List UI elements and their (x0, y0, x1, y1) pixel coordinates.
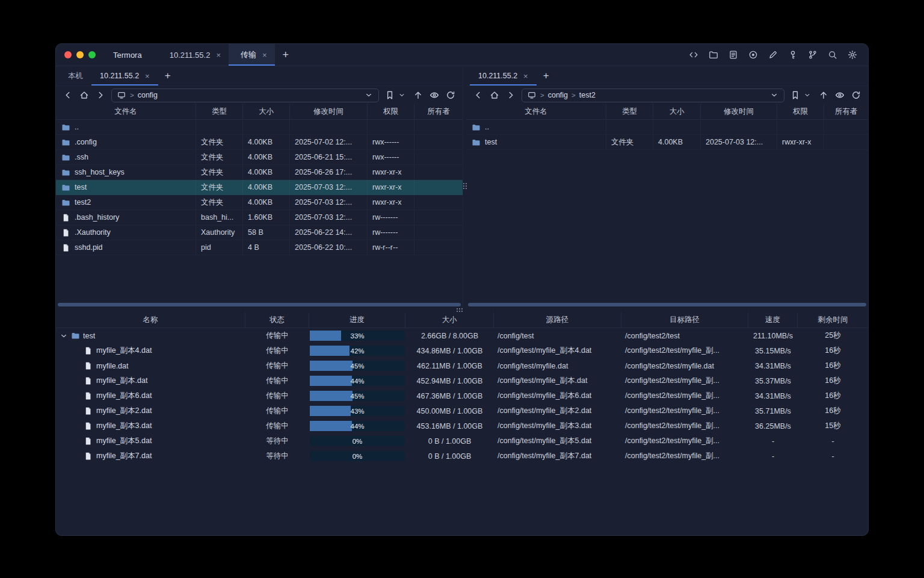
bookmark-icon[interactable] (790, 90, 801, 101)
column-header[interactable]: 剩余时间 (798, 312, 868, 328)
scrollbar-thumb[interactable] (468, 303, 866, 306)
panel-new-tab-button[interactable]: + (158, 66, 177, 85)
path-bar[interactable]: >config>test2 (522, 89, 784, 102)
transfer-row[interactable]: myfile_副本.dat传输中44%452.94MB / 1.00GB/con… (56, 373, 868, 388)
local-tab[interactable]: 本机 (60, 66, 91, 85)
file-row[interactable]: .. (56, 120, 463, 135)
progress-percent: 43% (310, 406, 405, 416)
refresh-icon[interactable] (851, 90, 861, 101)
transfer-row[interactable]: myfile_副本7.dat等待中0%0 B / 1.00GB/config/t… (56, 449, 868, 464)
chevron-down-icon[interactable] (802, 90, 813, 101)
file-row[interactable]: .ssh文件夹4.00KB2025-06-21 15:...rwx------ (56, 150, 463, 165)
remote-tab[interactable]: 10.211.55.2× (470, 66, 537, 85)
home-icon[interactable] (489, 90, 500, 101)
close-icon[interactable]: × (262, 51, 267, 59)
back-icon[interactable] (473, 90, 484, 101)
horizontal-scrollbar[interactable] (466, 302, 868, 307)
splitter-grip[interactable] (463, 183, 467, 189)
column-header[interactable]: 所有者 (824, 104, 868, 119)
column-header[interactable]: 修改时间 (701, 104, 777, 119)
splitter-grip[interactable] (457, 308, 463, 312)
column-header[interactable]: 状态 (245, 312, 309, 328)
bookmark-icon[interactable] (384, 90, 395, 101)
column-header[interactable]: 文件名 (56, 104, 196, 119)
branch-icon[interactable] (807, 49, 818, 60)
zoom-window-button[interactable] (88, 51, 96, 58)
breadcrumb-segment[interactable]: config (548, 91, 568, 99)
transfer-row[interactable]: myfile_副本2.dat传输中43%450.00MB / 1.00GB/co… (56, 403, 868, 418)
close-icon[interactable]: × (523, 72, 528, 80)
arrow-up-icon[interactable] (413, 90, 424, 101)
chevron-down-icon[interactable] (769, 90, 780, 101)
record-icon[interactable] (748, 49, 759, 60)
transfer-row[interactable]: myfile_副本4.dat传输中42%434.86MB / 1.00GB/co… (56, 343, 868, 358)
column-header[interactable]: 类型 (196, 104, 243, 119)
forward-icon[interactable] (505, 90, 516, 101)
file-row[interactable]: .. (466, 120, 868, 135)
eye-icon[interactable] (429, 90, 440, 101)
key-icon[interactable] (787, 49, 798, 60)
column-header[interactable]: 进度 (309, 312, 405, 328)
log-icon[interactable] (728, 49, 739, 60)
column-header[interactable]: 类型 (606, 104, 653, 119)
chevron-down-icon[interactable] (363, 90, 374, 101)
horizontal-splitter[interactable] (56, 307, 868, 312)
transfer-row[interactable]: myfile.dat传输中45%462.11MB / 1.00GB/config… (56, 358, 868, 373)
column-header[interactable]: 权限 (368, 104, 414, 119)
column-header[interactable]: 权限 (777, 104, 824, 119)
column-header[interactable]: 大小 (243, 104, 290, 119)
settings-icon[interactable] (847, 49, 858, 60)
host-tab[interactable]: 10.211.55.2× (158, 44, 229, 66)
file-row[interactable]: test文件夹4.00KB2025-07-03 12:...rwxr-xr-x (56, 180, 463, 195)
back-icon[interactable] (63, 90, 73, 101)
search-icon[interactable] (827, 49, 838, 60)
close-icon[interactable]: × (145, 72, 150, 80)
column-header[interactable]: 大小 (405, 312, 494, 328)
file-row[interactable]: sshd.pidpid4 B2025-06-22 10:...rw-r--r-- (56, 240, 463, 255)
vertical-splitter[interactable] (463, 66, 466, 307)
column-header[interactable]: 修改时间 (290, 104, 368, 119)
column-header[interactable]: 源路径 (494, 312, 621, 328)
file-row[interactable]: test文件夹4.00KB2025-07-03 12:...rwxr-xr-x (466, 135, 868, 150)
file-row[interactable]: .XauthorityXauthority58 B2025-06-22 14:.… (56, 225, 463, 240)
bookmark-dropdown[interactable] (384, 90, 407, 101)
breadcrumb-segment[interactable]: test2 (579, 91, 596, 99)
close-icon[interactable]: × (216, 51, 221, 59)
column-header[interactable]: 名称 (56, 312, 245, 328)
bookmark-dropdown[interactable] (790, 90, 813, 101)
eye-icon[interactable] (834, 90, 845, 101)
column-header[interactable]: 速度 (748, 312, 798, 328)
arrow-up-icon[interactable] (818, 90, 829, 101)
chevron-down-icon[interactable] (60, 332, 68, 340)
transfer-row[interactable]: myfile_副本6.dat传输中45%467.36MB / 1.00GB/co… (56, 388, 868, 403)
code-icon[interactable] (688, 49, 699, 60)
file-row[interactable]: ssh_host_keys文件夹4.00KB2025-06-26 17:...r… (56, 165, 463, 180)
column-header[interactable]: 大小 (653, 104, 701, 119)
file-row[interactable]: test2文件夹4.00KB2025-07-03 12:...rwxr-xr-x (56, 195, 463, 210)
forward-icon[interactable] (95, 90, 106, 101)
refresh-icon[interactable] (445, 90, 456, 101)
transfer-row[interactable]: myfile_副本5.dat等待中0%0 B / 1.00GB/config/t… (56, 434, 868, 449)
remote-tab[interactable]: 10.211.55.2× (91, 66, 158, 85)
file-size (243, 120, 290, 134)
path-bar[interactable]: >config (111, 89, 379, 102)
close-window-button[interactable] (64, 51, 72, 58)
breadcrumb-segment[interactable]: config (138, 91, 158, 99)
home-icon[interactable] (79, 90, 90, 101)
file-row[interactable]: .config文件夹4.00KB2025-07-02 12:...rwx----… (56, 135, 463, 150)
panel-new-tab-button[interactable]: + (537, 66, 556, 85)
transfer-row[interactable]: myfile_副本3.dat传输中44%453.16MB / 1.00GB/co… (56, 418, 868, 434)
horizontal-scrollbar[interactable] (56, 302, 463, 307)
folder-icon[interactable] (708, 49, 719, 60)
edit-icon[interactable] (768, 49, 778, 60)
scrollbar-thumb[interactable] (58, 303, 461, 306)
transfer-row[interactable]: test传输中33%2.66GB / 8.00GB/config/test/co… (56, 328, 868, 343)
transfer-tab[interactable]: 传输× (229, 44, 275, 66)
column-header[interactable]: 文件名 (466, 104, 606, 119)
new-tab-button[interactable]: + (275, 44, 297, 66)
file-row[interactable]: .bash_historybash_hi...1.60KB2025-07-03 … (56, 210, 463, 225)
column-header[interactable]: 所有者 (414, 104, 463, 119)
column-header[interactable]: 目标路径 (621, 312, 748, 328)
minimize-window-button[interactable] (76, 51, 84, 58)
chevron-down-icon[interactable] (396, 90, 407, 101)
